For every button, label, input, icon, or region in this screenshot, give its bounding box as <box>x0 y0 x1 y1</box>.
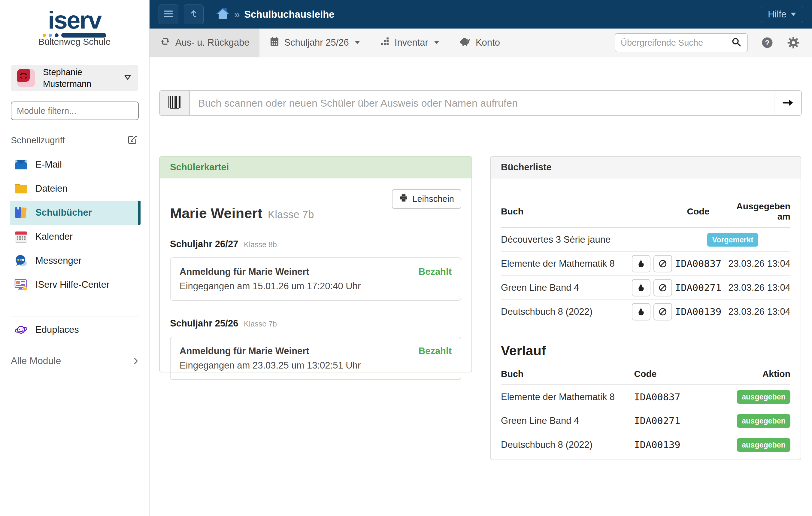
all-modules-link[interactable]: Alle Module › <box>11 350 138 371</box>
flame-icon <box>637 283 646 292</box>
table-row: Elemente der Mathematik 8 <box>501 252 790 276</box>
student-class: Klasse 7b <box>268 208 314 220</box>
flame-button[interactable] <box>632 279 650 296</box>
book-code: IDA00837 <box>634 391 680 403</box>
sidebar-item-label: Schulbücher <box>35 207 92 218</box>
sidebar-item-files[interactable]: Dateien <box>10 177 141 201</box>
book-title: Deutschbuch 8 (2022) <box>501 433 634 457</box>
registration-title: Anmeldung für Marie Weinert <box>180 346 309 356</box>
chevron-down-icon <box>123 74 132 82</box>
column-header-code: Code <box>675 196 721 228</box>
avatar <box>17 69 35 87</box>
year-class-label: Klasse 8b <box>244 240 277 249</box>
flame-icon <box>637 259 646 268</box>
sidebar-item-schulbuecher[interactable]: Schulbücher <box>10 201 141 225</box>
history-title: Verlauf <box>501 343 790 359</box>
flame-button[interactable] <box>632 303 650 320</box>
school-name: Bültenweg Schule <box>0 37 149 47</box>
all-modules-label: Alle Module <box>11 355 61 366</box>
book-code: IDA00139 <box>675 306 721 317</box>
home-icon[interactable] <box>215 7 230 22</box>
book-list-body: Buch Code Ausgegeben am Découvertes 3 Sé… <box>491 178 801 467</box>
book-title: Elemente der Mathematik 8 <box>501 252 632 276</box>
user-menu[interactable]: Stephanie Mustermann <box>11 65 138 91</box>
book-title: Green Line Band 4 <box>501 276 632 300</box>
sidebar-item-label: Dateien <box>35 183 67 194</box>
tab-konto[interactable]: Konto <box>449 29 510 57</box>
edit-icon[interactable] <box>127 134 138 147</box>
book-title: Découvertes 3 Série jaune <box>501 228 632 252</box>
year-label: Schuljahr 25/26 <box>170 318 238 328</box>
main-content: Schülerkartei Leihschein Marie <box>149 57 812 516</box>
menu-toggle-button[interactable] <box>158 4 178 24</box>
chevron-right-icon: › <box>134 353 138 367</box>
block-button[interactable] <box>654 279 672 296</box>
year-heading: Schuljahr 25/26 Klasse 7b <box>170 318 461 329</box>
calendar-small-icon <box>270 36 279 49</box>
gear-icon[interactable] <box>787 36 800 49</box>
piggy-bank-icon <box>460 37 471 49</box>
student-card: Schülerkartei Leihschein Marie <box>159 156 472 372</box>
help-label: Hilfe <box>768 9 786 20</box>
help-center-icon: ? <box>14 278 28 291</box>
scan-submit-button[interactable] <box>774 91 801 115</box>
registration-detail: Eingegangen am 23.03.25 um 13:02:51 Uhr <box>180 360 452 371</box>
column-header-buch: Buch <box>501 196 675 228</box>
module-filter-input[interactable] <box>11 102 139 120</box>
table-row: Elemente der Mathematik 8 IDA00837 ausge… <box>501 385 790 409</box>
block-button[interactable] <box>654 303 672 320</box>
flame-button[interactable] <box>632 255 650 273</box>
iserv-logo[interactable]: iserv <box>0 8 149 37</box>
exchange-icon <box>160 36 171 49</box>
sidebar-item-label: Kalender <box>35 231 73 242</box>
tab-aus-rueckgabe[interactable]: Aus- u. Rückgabe <box>149 29 259 57</box>
sidebar-item-messenger[interactable]: Messenger <box>10 249 141 273</box>
scan-bar <box>159 90 802 116</box>
book-title: Elemente der Mathematik 8 <box>501 385 634 409</box>
block-button[interactable] <box>654 255 672 273</box>
eduplaces-icon <box>14 323 28 336</box>
book-title: Green Line Band 4 <box>501 409 634 433</box>
svg-text:?: ? <box>765 39 770 47</box>
ban-icon <box>658 283 667 292</box>
sidebar-item-email[interactable]: E-Mail <box>10 152 141 177</box>
search-input[interactable] <box>615 33 725 52</box>
user-name: Stephanie Mustermann <box>43 66 123 90</box>
breadcrumb-separator: » <box>234 8 240 20</box>
ban-icon <box>658 259 667 268</box>
search-button[interactable] <box>725 33 748 52</box>
registration-title: Anmeldung für Marie Weinert <box>180 266 309 277</box>
calendar-icon <box>14 230 28 243</box>
arrow-right-icon <box>782 97 794 110</box>
issued-date: 23.03.26 13:04 <box>721 276 790 300</box>
help-dropdown[interactable]: Hilfe <box>761 6 803 23</box>
sidebar-item-eduplaces[interactable]: Eduplaces <box>10 318 141 342</box>
divider <box>11 317 138 317</box>
tab-inventar[interactable]: Inventar <box>370 29 449 57</box>
registration-detail: Eingegangen am 15.01.26 um 17:20:40 Uhr <box>180 281 452 292</box>
sidebar-item-label: E-Mail <box>35 159 62 170</box>
book-list-title: Bücherliste <box>501 162 552 173</box>
sidebar-item-kalender[interactable]: Kalender <box>10 225 141 249</box>
books-icon <box>14 206 28 219</box>
leihschein-button[interactable]: Leihschein <box>392 189 461 209</box>
sidebar-item-hilfe-center[interactable]: ? IServ Hilfe-Center <box>10 273 141 297</box>
issued-date: 23.03.26 13:04 <box>721 252 790 276</box>
tab-schuljahr[interactable]: Schuljahr 25/26 <box>259 29 370 57</box>
module-list: E-Mail Dateien <box>0 152 149 297</box>
email-icon <box>14 158 28 171</box>
help-circle-icon[interactable]: ? <box>761 36 774 49</box>
status-badge: Vorgemerkt <box>707 233 758 247</box>
book-list-table: Buch Code Ausgegeben am Découvertes 3 Sé… <box>501 196 790 324</box>
scan-input[interactable] <box>190 91 774 115</box>
book-code: IDA00837 <box>675 258 721 269</box>
student-name: Marie Weinert <box>170 205 262 221</box>
folder-icon <box>14 182 28 195</box>
year-label: Schuljahr 26/27 <box>170 239 238 249</box>
leave-module-button[interactable] <box>184 4 204 24</box>
barcode-addon <box>160 91 190 115</box>
search-icon <box>731 37 742 48</box>
action-badge: ausgegeben <box>737 438 790 452</box>
action-badge: ausgegeben <box>737 414 790 428</box>
inventory-icon <box>380 37 390 49</box>
